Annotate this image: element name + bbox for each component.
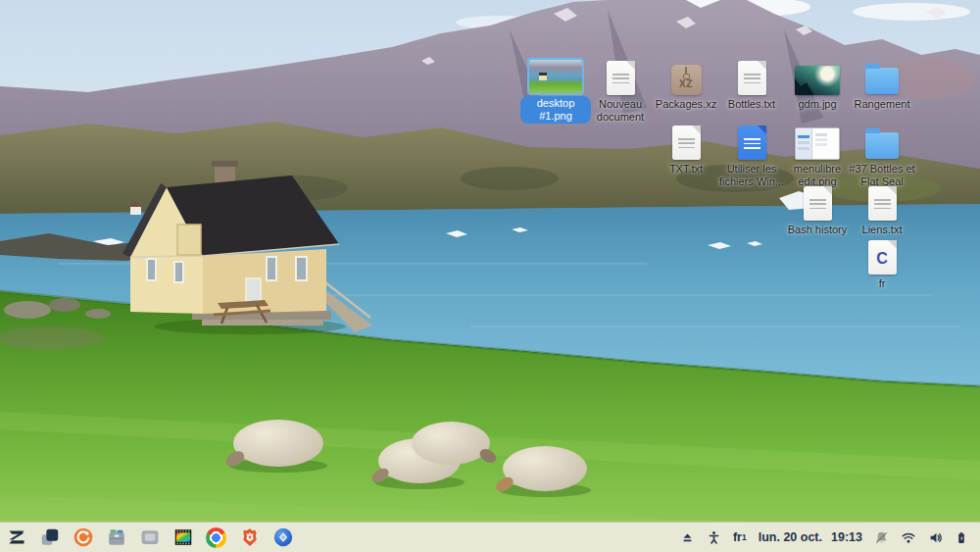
accessibility-icon (707, 530, 721, 545)
battery-button[interactable] (955, 530, 968, 545)
date-label: lun. 20 oct. (759, 530, 822, 544)
image-thumbnail (795, 127, 840, 160)
taskbar: fr1 lun. 20 oct. 19:13 (0, 522, 980, 552)
document-icon (868, 186, 897, 221)
desktop-icons-grid: desktop #1.png Nouveau document XZ Packa… (0, 0, 980, 552)
desktop-icon-rangement[interactable]: Rangement (842, 56, 922, 111)
wifi-icon (901, 530, 916, 545)
document-icon (672, 125, 701, 160)
files-app-button[interactable] (103, 525, 129, 551)
clock[interactable]: lun. 20 oct. 19:13 (759, 530, 862, 544)
xz-badge: XZ (679, 78, 693, 89)
time-label: 19:13 (831, 530, 862, 544)
image-viewer-icon (172, 527, 194, 548)
brave-icon (239, 527, 261, 548)
document-icon (738, 61, 766, 95)
zorin-menu-icon (6, 527, 27, 548)
notifications-off-icon (874, 530, 889, 545)
screenshot-tool-button[interactable] (136, 525, 163, 551)
document-icon (607, 61, 635, 95)
c-badge: C (868, 242, 897, 275)
wifi-button[interactable] (901, 530, 916, 545)
desktop: desktop #1.png Nouveau document XZ Packa… (0, 0, 980, 552)
window-switcher-button[interactable] (36, 525, 63, 551)
keyboard-layout-index: 1 (742, 532, 747, 542)
desktop-icon-fr[interactable]: C fr (842, 235, 922, 290)
chrome-icon (206, 527, 226, 548)
software-updater-icon (73, 527, 94, 548)
archive-xz-icon: XZ (671, 65, 702, 95)
blue-document-icon (738, 125, 766, 160)
screenshot-tool-icon (139, 527, 161, 548)
icon-label: fr (879, 277, 886, 290)
folder-icon (865, 132, 899, 159)
window-switcher-icon (39, 527, 61, 548)
volume-icon (928, 530, 943, 545)
accessibility-button[interactable] (707, 530, 721, 545)
eject-button[interactable] (680, 530, 695, 545)
blue-globe-browser-icon (272, 527, 294, 548)
image-thumbnail (795, 66, 840, 95)
software-updater-button[interactable] (70, 525, 96, 551)
image-viewer-button[interactable] (170, 525, 196, 551)
battery-charging-icon (955, 530, 968, 545)
keyboard-layout-label: fr (733, 530, 742, 544)
system-tray: fr1 lun. 20 oct. 19:13 (680, 530, 980, 545)
brave-button[interactable] (236, 525, 263, 551)
document-icon (804, 186, 832, 221)
chrome-button[interactable] (203, 525, 229, 551)
icon-label: gdm.jpg (798, 98, 836, 111)
icon-label: Bottles.txt (728, 98, 775, 111)
image-thumbnail (529, 60, 582, 93)
icon-label: Packages.xz (656, 98, 716, 111)
folder-icon (865, 68, 899, 94)
icon-label: TXT.txt (669, 163, 703, 176)
blue-globe-browser-button[interactable] (270, 525, 296, 551)
notifications-muted-button[interactable] (874, 530, 889, 545)
desktop-icon-liens-txt[interactable]: Liens.txt (842, 181, 922, 236)
c-source-file-icon: C (868, 240, 897, 275)
icon-label: Rangement (855, 98, 910, 111)
volume-button[interactable] (928, 530, 943, 545)
eject-icon (680, 530, 695, 545)
zorin-menu-button[interactable] (3, 525, 29, 551)
icon-label: Bash history (788, 224, 848, 236)
keyboard-layout-indicator[interactable]: fr1 (733, 530, 747, 544)
desktop-icon-37-bottles-et-flat-seal[interactable]: #37 Bottles et Flat Seal (842, 121, 922, 188)
taskbar-apps (0, 525, 296, 551)
files-app-icon (106, 527, 127, 548)
